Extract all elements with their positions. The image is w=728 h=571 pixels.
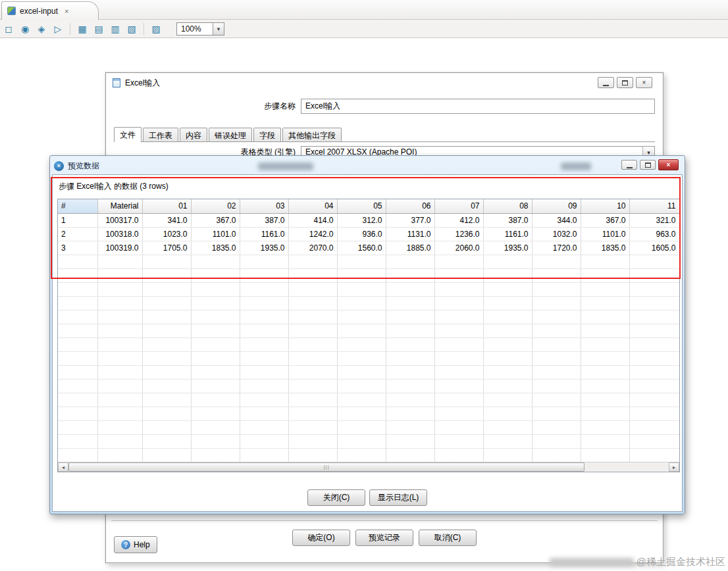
preview-records-button[interactable]: 预览记录 <box>355 530 413 546</box>
cell <box>288 351 337 365</box>
cell <box>434 296 483 310</box>
cell <box>581 296 629 310</box>
column-header-10[interactable]: 10 <box>581 199 629 213</box>
cell <box>483 393 532 407</box>
tab-close-icon[interactable]: × <box>65 7 68 15</box>
cell <box>337 282 386 296</box>
empty-row <box>58 324 679 337</box>
cell <box>434 310 483 324</box>
copy-icon[interactable]: ▤ <box>92 22 105 36</box>
cell <box>483 282 532 296</box>
database-icon[interactable]: ▧ <box>125 22 138 36</box>
horizontal-scrollbar[interactable]: ◂ ||| ▸ <box>58 462 679 472</box>
column-header-09[interactable]: 09 <box>532 199 581 213</box>
cell <box>240 434 288 448</box>
preview-table-viewport: #Material0102030405060708091011 1100317.… <box>57 199 680 472</box>
tab-fields[interactable]: 字段 <box>253 128 281 141</box>
column-header-03[interactable]: 03 <box>240 199 288 213</box>
cell <box>337 310 386 324</box>
cell <box>434 324 483 337</box>
cell <box>434 379 483 393</box>
column-header-11[interactable]: 11 <box>629 199 679 213</box>
cell <box>288 324 337 337</box>
column-header-row-number[interactable]: # <box>58 199 97 213</box>
excel-dialog-titlebar[interactable]: Excel输入 <box>106 73 663 93</box>
column-header-06[interactable]: 06 <box>386 199 434 213</box>
minimize-icon <box>627 167 633 168</box>
cell <box>191 351 240 365</box>
preview-dialog-titlebar[interactable]: × 预览数据 <box>54 159 599 172</box>
cell <box>288 434 337 448</box>
cell <box>58 282 97 296</box>
cancel-button[interactable]: 取消(C) <box>419 530 477 546</box>
cell <box>629 337 679 351</box>
column-header-material[interactable]: Material <box>97 199 142 213</box>
cell <box>337 420 386 434</box>
cell <box>483 296 532 310</box>
preview-icon[interactable]: ◉ <box>18 22 32 36</box>
new-file-icon[interactable]: ◻ <box>2 22 15 36</box>
editor-tab-excel-input[interactable]: excel-input × <box>1 1 99 20</box>
cell <box>142 310 191 324</box>
tab-worksheet[interactable]: 工作表 <box>143 128 178 141</box>
column-header-02[interactable]: 02 <box>191 199 240 213</box>
show-log-button[interactable]: 显示日志(L) <box>369 489 427 506</box>
column-header-08[interactable]: 08 <box>483 199 532 213</box>
cell <box>240 296 288 310</box>
column-header-01[interactable]: 01 <box>142 199 191 213</box>
empty-row <box>58 310 679 324</box>
cell <box>58 420 97 434</box>
main-toolbar: ◻ ◉ ◈ ▷ ▦ ▤ ▥ ▧ ▨ 100% ▾ <box>0 20 728 38</box>
cell <box>191 393 240 407</box>
table-row[interactable]: 2100318.01023.01101.01161.01242.0936.011… <box>58 227 679 241</box>
zoom-combobox[interactable]: 100% ▾ <box>176 22 224 36</box>
maximize-button[interactable] <box>617 77 633 88</box>
column-header-07[interactable]: 07 <box>434 199 483 213</box>
cell <box>434 448 483 462</box>
tab-error-handling[interactable]: 错误处理 <box>209 128 252 141</box>
close-button[interactable]: × <box>658 159 679 170</box>
ok-button[interactable]: 确定(O) <box>292 530 350 546</box>
scrollbar-thumb[interactable]: ||| <box>68 462 585 472</box>
preview-table: #Material0102030405060708091011 1100317.… <box>58 199 680 462</box>
table-row[interactable]: 1100317.0341.0367.0387.0414.0312.0377.04… <box>58 213 679 227</box>
print-icon[interactable]: ▨ <box>149 22 163 36</box>
run-config-icon[interactable]: ◈ <box>35 22 48 36</box>
tab-content[interactable]: 内容 <box>180 128 207 141</box>
cell <box>337 351 386 365</box>
scrollbar-track[interactable]: ||| <box>68 462 669 472</box>
empty-row <box>58 434 679 448</box>
cell <box>434 282 483 296</box>
preview-table-head: #Material0102030405060708091011 <box>58 199 679 213</box>
paste-icon[interactable]: ▥ <box>109 22 122 36</box>
cell: 1023.0 <box>142 227 191 241</box>
cell <box>532 420 581 434</box>
close-button[interactable]: × <box>636 77 652 88</box>
close-preview-button[interactable]: 关闭(C) <box>307 489 365 506</box>
column-header-05[interactable]: 05 <box>337 199 386 213</box>
cell <box>532 324 581 337</box>
cell <box>142 407 191 420</box>
cell <box>434 407 483 420</box>
run-icon[interactable]: ▷ <box>51 22 65 36</box>
table-row[interactable]: 3100319.01705.01835.01935.02070.01560.01… <box>58 241 679 255</box>
cell <box>386 420 434 434</box>
grid-icon[interactable]: ▦ <box>76 22 89 36</box>
tab-other-output-fields[interactable]: 其他输出字段 <box>282 128 342 141</box>
scroll-right-icon[interactable]: ▸ <box>669 462 679 472</box>
cell <box>97 296 142 310</box>
cell <box>240 268 288 282</box>
scroll-left-icon[interactable]: ◂ <box>58 462 68 472</box>
empty-row <box>58 448 679 462</box>
chevron-down-icon[interactable]: ▾ <box>213 23 224 35</box>
maximize-button[interactable] <box>640 160 656 170</box>
cell <box>58 324 97 337</box>
cell: 377.0 <box>386 213 434 227</box>
column-header-04[interactable]: 04 <box>288 199 337 213</box>
minimize-button[interactable] <box>598 77 614 88</box>
cell: 1705.0 <box>142 241 191 255</box>
step-name-input[interactable] <box>301 99 655 114</box>
transformation-icon <box>7 7 16 15</box>
tab-file[interactable]: 文件 <box>114 127 142 142</box>
minimize-button[interactable] <box>621 160 637 170</box>
